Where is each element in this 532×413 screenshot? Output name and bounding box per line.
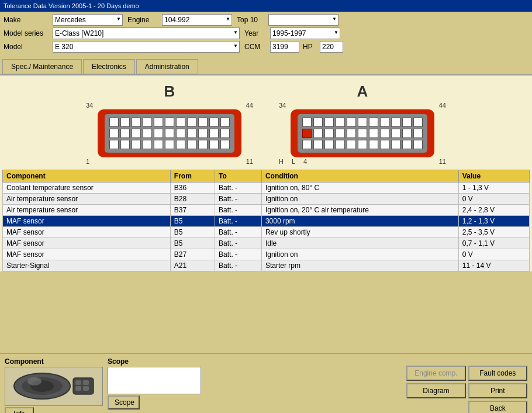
pin [369, 140, 378, 149]
pin [220, 140, 230, 149]
pin [324, 129, 334, 138]
pin [380, 118, 389, 127]
cell-to: Batt. - [215, 183, 262, 194]
print-button[interactable]: Print [468, 383, 527, 398]
b-top-left: 34 [86, 102, 93, 109]
component-image [5, 367, 103, 406]
connector-b-label: B [164, 82, 175, 101]
table-row[interactable]: MAF sensorB27Batt. -Ignition on0 V [3, 249, 530, 260]
pin [380, 140, 389, 149]
component-section: Component Info [5, 357, 103, 409]
b-bottom-left: 1 [86, 158, 89, 165]
table-row[interactable]: Starter-SignalA21Batt. -Starter rpm11 - … [3, 260, 530, 271]
top10-select-wrapper[interactable] [268, 14, 338, 26]
model-select[interactable]: E 320 [53, 41, 240, 53]
pin [369, 118, 378, 127]
connector-b-bottom-numbers: 1 11 [85, 158, 254, 165]
form-row-1: Make Mercedes Engine 104.992 Top 10 [4, 14, 528, 26]
modelseries-select-wrapper[interactable]: E-Class [W210] [53, 27, 240, 39]
action-buttons: Engine comp. Fault codes Diagram Print B… [406, 357, 527, 409]
model-label: Model [4, 43, 50, 51]
make-select-wrapper[interactable]: Mercedes [53, 14, 123, 26]
pin [336, 118, 345, 127]
hp-input[interactable]: 220 [320, 41, 343, 53]
connector-a-top-numbers: 34 44 [278, 102, 447, 109]
ccm-input[interactable]: 3199 [270, 41, 299, 53]
maf-sensor-svg [10, 367, 98, 405]
pin [176, 140, 185, 149]
a-label-h: H [279, 158, 284, 165]
table-row[interactable]: Air temperature sensorB28Batt. -Ignition… [3, 194, 530, 205]
engine-label: Engine [127, 16, 160, 24]
pin [154, 118, 163, 127]
pin [120, 140, 130, 149]
pin [302, 118, 312, 127]
table-row[interactable]: Air temperature sensorB37Batt. -Ignition… [3, 205, 530, 216]
cell-value: 2,5 - 3,5 V [458, 227, 529, 238]
cell-component: Coolant temperature sensor [3, 183, 171, 194]
modelseries-select[interactable]: E-Class [W210] [53, 27, 240, 39]
cell-component: MAF sensor [3, 238, 171, 249]
pin [336, 140, 345, 149]
table-wrapper: Component From To Condition Value Coolan… [0, 170, 532, 271]
a-row3 [302, 140, 423, 149]
fault-codes-button[interactable]: Fault codes [468, 366, 527, 381]
a-top-right: 44 [439, 102, 446, 109]
cell-component: MAF sensor [3, 227, 171, 238]
pin [302, 140, 312, 149]
back-button[interactable]: Back [468, 401, 527, 413]
pin [358, 140, 367, 149]
connector-b-wrapper: B 34 44 [85, 82, 254, 165]
pin [143, 118, 152, 127]
table-row[interactable]: MAF sensorB5Batt. -Rev up shortly2,5 - 3… [3, 227, 530, 238]
make-select[interactable]: Mercedes [53, 14, 123, 26]
pin [132, 118, 141, 127]
model-select-wrapper[interactable]: E 320 [53, 41, 240, 53]
col-value: Value [458, 170, 529, 183]
pin [313, 129, 323, 138]
cell-component: MAF sensor [3, 216, 171, 227]
pin [220, 118, 230, 127]
cell-to: Batt. - [215, 216, 262, 227]
engine-comp-button[interactable]: Engine comp. [406, 366, 465, 381]
engine-select-wrapper[interactable]: 104.992 [162, 14, 232, 26]
form-row-3: Model E 320 CCM 3199 HP 220 [4, 41, 528, 53]
info-button[interactable]: Info [5, 407, 34, 413]
cell-value: 2,4 - 2,8 V [458, 205, 529, 216]
year-select[interactable]: 1995-1997 [270, 27, 340, 39]
b-row3 [109, 140, 230, 149]
tab-electronics[interactable]: Electronics [83, 59, 135, 74]
hp-label: HP [303, 43, 317, 51]
year-select-wrapper[interactable]: 1995-1997 [270, 27, 340, 39]
cell-from: B5 [170, 227, 215, 238]
col-to: To [215, 170, 262, 183]
diagram-button[interactable]: Diagram [406, 383, 465, 398]
cell-condition: Ignition on [261, 249, 458, 260]
scope-button[interactable]: Scope [108, 395, 140, 409]
cell-condition: Ignition on, 20° C air temperature [261, 205, 458, 216]
table-row[interactable]: Coolant temperature sensorB36Batt. -Igni… [3, 183, 530, 194]
pin [154, 140, 163, 149]
cell-to: Batt. - [215, 194, 262, 205]
table-header-row: Component From To Condition Value [3, 170, 530, 183]
table-row[interactable]: MAF sensorB5Batt. -3000 rpm1,2 - 1,3 V [3, 216, 530, 227]
pin [402, 129, 412, 138]
b-row2 [109, 129, 230, 138]
top10-select[interactable] [268, 14, 338, 26]
pin [176, 118, 185, 127]
component-bottom-label: Component [5, 357, 103, 366]
connector-area: B 34 44 [0, 75, 532, 170]
pin [165, 129, 174, 138]
cell-value: 1,2 - 1,3 V [458, 216, 529, 227]
pin [324, 118, 334, 127]
cell-component: Starter-Signal [3, 260, 171, 271]
b-top-right: 44 [246, 102, 253, 109]
pin [187, 140, 196, 149]
tab-administration-label: Administration [145, 63, 189, 71]
engine-select[interactable]: 104.992 [162, 14, 232, 26]
tab-administration[interactable]: Administration [136, 59, 198, 74]
cell-from: B36 [170, 183, 215, 194]
pin [187, 129, 196, 138]
table-row[interactable]: MAF sensorB5Batt. -Idle0,7 - 1,1 V [3, 238, 530, 249]
tab-spec-maintenance[interactable]: Spec./ Maintenance [2, 59, 82, 74]
